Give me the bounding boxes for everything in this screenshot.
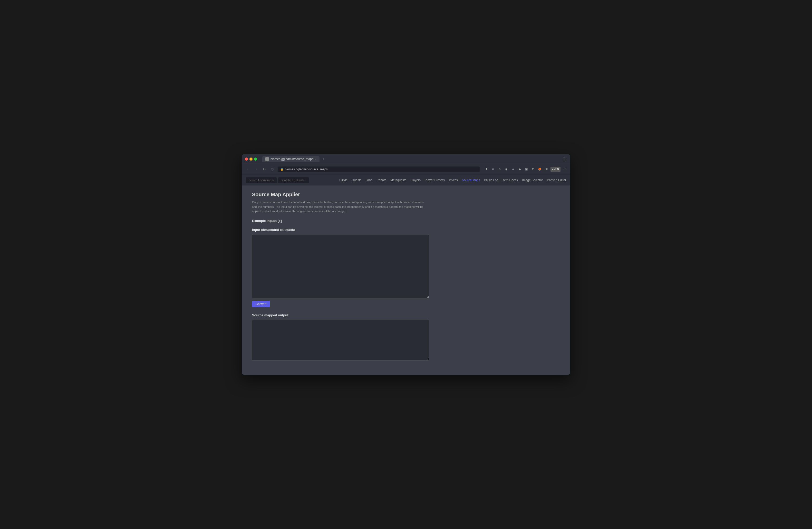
- nav-metaquests[interactable]: Metaquests: [390, 178, 406, 182]
- tab-title: biomes.gg/admin/source_maps: [271, 157, 313, 161]
- search-username-input[interactable]: [246, 177, 277, 183]
- active-tab[interactable]: biomes.gg/admin/source_maps ×: [262, 156, 320, 162]
- main-content: Source Map Applier Copy + paste a callst…: [242, 186, 570, 375]
- ext-6[interactable]: ▣: [524, 167, 529, 172]
- lock-icon: 🔒: [280, 168, 283, 171]
- refresh-button[interactable]: ↻: [261, 166, 267, 172]
- menu-button[interactable]: ☰: [562, 167, 567, 172]
- forward-button[interactable]: ›: [253, 166, 259, 172]
- tab-bar: biomes.gg/admin/source_maps × +: [262, 156, 327, 162]
- nav-player-presets[interactable]: Player Presets: [425, 178, 445, 182]
- browser-extensions: ⬆ ⚔ ⚠ ◉ ◈ ◆ ▣ ⊟ 🦊 ⊞ • VPN ☰: [484, 167, 567, 172]
- new-tab-button[interactable]: +: [321, 156, 327, 162]
- ext-4[interactable]: ◈: [510, 167, 516, 172]
- convert-button[interactable]: Convert: [252, 301, 270, 307]
- browser-window: biomes.gg/admin/source_maps × + ☰ ‹ › ↻ …: [242, 154, 570, 375]
- ext-5[interactable]: ◆: [517, 167, 522, 172]
- maximize-button[interactable]: [254, 158, 257, 161]
- traffic-lights: [245, 158, 257, 161]
- nav-item-check[interactable]: Item Check: [503, 178, 518, 182]
- minimize-button[interactable]: [249, 158, 252, 161]
- nav-links: Bikkie Quests Land Robots Metaquests Pla…: [339, 178, 566, 182]
- output-label: Source mapped output:: [252, 313, 560, 317]
- address-text: biomes.gg/admin/source_maps: [285, 167, 328, 171]
- close-button[interactable]: [245, 158, 248, 161]
- nav-particle-editor[interactable]: Particle Editor: [547, 178, 566, 182]
- back-button[interactable]: ‹: [245, 166, 251, 172]
- ext-2[interactable]: ⚠: [497, 167, 502, 172]
- tab-close-button[interactable]: ×: [315, 158, 316, 161]
- ext-9[interactable]: ⊞: [544, 167, 549, 172]
- nav-source-maps[interactable]: Source Maps: [462, 178, 480, 182]
- tab-favicon: [265, 157, 269, 161]
- nav-image-selector[interactable]: Image Selector: [522, 178, 543, 182]
- nav-bikkie[interactable]: Bikkie: [339, 178, 347, 182]
- input-label: Input obfuscated callstack:: [252, 228, 560, 232]
- search-ecs-input[interactable]: [278, 177, 309, 183]
- ext-8[interactable]: 🦊: [537, 167, 542, 172]
- window-menu-button[interactable]: ☰: [561, 156, 567, 162]
- source-mapped-output[interactable]: [252, 320, 429, 361]
- share-icon[interactable]: ⬆: [484, 167, 489, 172]
- page-description: Copy + paste a callstack into the input …: [252, 200, 426, 214]
- vpn-button[interactable]: • VPN: [550, 167, 561, 172]
- ext-7[interactable]: ⊟: [531, 167, 536, 172]
- page-title: Source Map Applier: [252, 192, 560, 197]
- ext-3[interactable]: ◉: [504, 167, 509, 172]
- nav-invites[interactable]: Invites: [449, 178, 458, 182]
- bookmark-button[interactable]: ♡: [270, 166, 276, 172]
- nav-quests[interactable]: Quests: [352, 178, 361, 182]
- title-bar: biomes.gg/admin/source_maps × + ☰: [242, 154, 570, 164]
- callstack-input[interactable]: [252, 234, 429, 298]
- nav-bar: ‹ › ↻ ♡ 🔒 biomes.gg/admin/source_maps ⬆ …: [242, 164, 570, 174]
- nav-bikkie-log[interactable]: Bikkie Log: [484, 178, 498, 182]
- nav-players[interactable]: Players: [410, 178, 421, 182]
- nav-robots[interactable]: Robots: [376, 178, 386, 182]
- ext-1[interactable]: ⚔: [490, 167, 496, 172]
- app-header: Bikkie Quests Land Robots Metaquests Pla…: [242, 174, 570, 186]
- nav-land[interactable]: Land: [365, 178, 372, 182]
- address-bar[interactable]: 🔒 biomes.gg/admin/source_maps: [278, 166, 480, 172]
- example-inputs-toggle[interactable]: Example Inputs [+]: [252, 219, 560, 223]
